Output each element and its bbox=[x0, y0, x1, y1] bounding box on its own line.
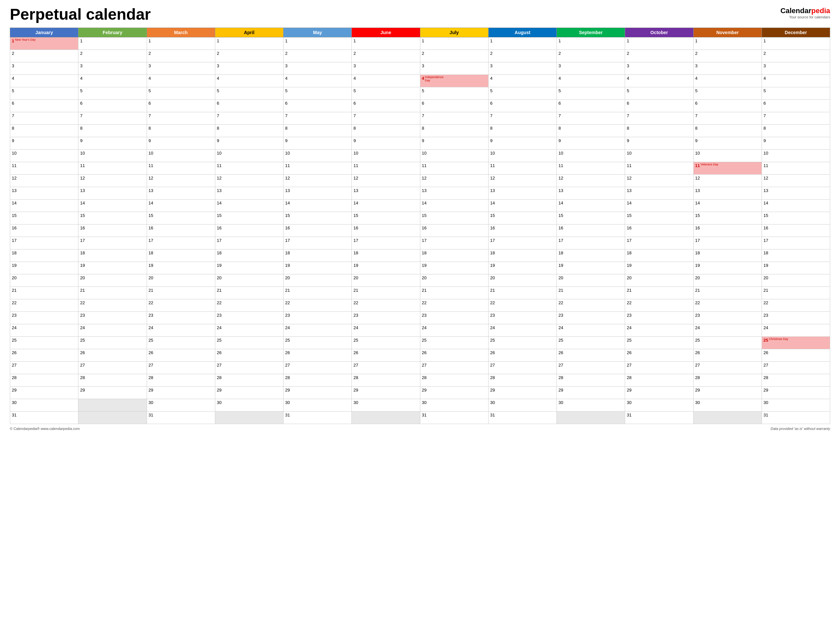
cell-january-21: 21 bbox=[10, 287, 78, 299]
cell-march-15: 15 bbox=[147, 212, 215, 224]
cell-july-22: 22 bbox=[420, 299, 488, 312]
cell-february-8: 8 bbox=[78, 125, 147, 137]
cell-july-31: 31 bbox=[420, 412, 488, 424]
cell-december-31: 31 bbox=[762, 412, 830, 424]
cell-february-22: 22 bbox=[78, 299, 147, 312]
cell-july-28: 28 bbox=[420, 374, 488, 386]
cell-february-21: 21 bbox=[78, 287, 147, 299]
cell-august-31: 31 bbox=[488, 412, 556, 424]
calendar-row-30: 3030303030303030303030 bbox=[10, 399, 830, 412]
cell-november-30: 30 bbox=[693, 399, 762, 412]
cell-january-8: 8 bbox=[10, 125, 78, 137]
cell-may-9: 9 bbox=[284, 137, 352, 149]
cell-august-9: 9 bbox=[488, 137, 556, 149]
cell-july-4: 4Independence Day bbox=[420, 75, 488, 87]
cell-april-4: 4 bbox=[215, 75, 283, 87]
cell-august-5: 5 bbox=[488, 87, 556, 100]
cell-february-14: 14 bbox=[78, 200, 147, 212]
cell-may-13: 13 bbox=[284, 187, 352, 200]
cell-june-20: 20 bbox=[352, 274, 420, 287]
cell-july-19: 19 bbox=[420, 262, 488, 274]
cell-july-16: 16 bbox=[420, 224, 488, 237]
cell-april-18: 18 bbox=[215, 250, 283, 262]
cell-january-5: 5 bbox=[10, 87, 78, 100]
calendar-row-14: 141414141414141414141414 bbox=[10, 200, 830, 212]
cell-june-12: 12 bbox=[352, 175, 420, 187]
cell-november-13: 13 bbox=[693, 187, 762, 200]
cell-may-20: 20 bbox=[284, 274, 352, 287]
cell-january-12: 12 bbox=[10, 175, 78, 187]
cell-november-27: 27 bbox=[693, 362, 762, 374]
perpetual-calendar: JanuaryFebruaryMarchAprilMayJuneJulyAugu… bbox=[10, 27, 830, 424]
page-header: Perpetual calendar Calendarpedia Your so… bbox=[10, 6, 830, 22]
cell-september-10: 10 bbox=[557, 149, 625, 162]
cell-january-30: 30 bbox=[10, 399, 78, 412]
cell-december-10: 10 bbox=[762, 149, 830, 162]
cell-july-11: 11 bbox=[420, 162, 488, 175]
cell-january-1: 1New Year's Day bbox=[10, 37, 78, 50]
cell-october-21: 21 bbox=[625, 287, 693, 299]
footer-disclaimer: Data provided 'as is' without warranty bbox=[770, 427, 830, 431]
cell-june-18: 18 bbox=[352, 250, 420, 262]
cell-october-4: 4 bbox=[625, 75, 693, 87]
cell-june-11: 11 bbox=[352, 162, 420, 175]
month-header-row: JanuaryFebruaryMarchAprilMayJuneJulyAugu… bbox=[10, 28, 830, 37]
cell-august-25: 25 bbox=[488, 337, 556, 349]
cell-december-2: 2 bbox=[762, 50, 830, 62]
calendar-row-29: 292929292929292929292929 bbox=[10, 386, 830, 399]
cell-october-1: 1 bbox=[625, 37, 693, 50]
cell-may-23: 23 bbox=[284, 312, 352, 324]
month-header-july: July bbox=[420, 28, 488, 37]
cell-september-19: 19 bbox=[557, 262, 625, 274]
cell-october-29: 29 bbox=[625, 386, 693, 399]
calendar-row-7: 777777777777 bbox=[10, 112, 830, 125]
footer: © Calendarpedia® www.calendarpedia.com D… bbox=[10, 427, 830, 431]
cell-october-19: 19 bbox=[625, 262, 693, 274]
cell-august-24: 24 bbox=[488, 324, 556, 337]
cell-november-20: 20 bbox=[693, 274, 762, 287]
month-header-november: November bbox=[693, 28, 762, 37]
cell-may-6: 6 bbox=[284, 100, 352, 112]
cell-may-24: 24 bbox=[284, 324, 352, 337]
cell-october-5: 5 bbox=[625, 87, 693, 100]
cell-september-6: 6 bbox=[557, 100, 625, 112]
cell-september-17: 17 bbox=[557, 237, 625, 250]
cell-october-2: 2 bbox=[625, 50, 693, 62]
cell-november-15: 15 bbox=[693, 212, 762, 224]
month-header-september: September bbox=[557, 28, 625, 37]
cell-february-6: 6 bbox=[78, 100, 147, 112]
calendar-row-13: 131313131313131313131313 bbox=[10, 187, 830, 200]
cell-february-4: 4 bbox=[78, 75, 147, 87]
cell-march-17: 17 bbox=[147, 237, 215, 250]
cell-december-1: 1 bbox=[762, 37, 830, 50]
calendar-row-16: 161616161616161616161616 bbox=[10, 224, 830, 237]
cell-december-7: 7 bbox=[762, 112, 830, 125]
cell-november-22: 22 bbox=[693, 299, 762, 312]
cell-february-12: 12 bbox=[78, 175, 147, 187]
cell-november-28: 28 bbox=[693, 374, 762, 386]
cell-june-2: 2 bbox=[352, 50, 420, 62]
cell-march-30: 30 bbox=[147, 399, 215, 412]
cell-december-18: 18 bbox=[762, 250, 830, 262]
cell-march-12: 12 bbox=[147, 175, 215, 187]
cell-january-7: 7 bbox=[10, 112, 78, 125]
cell-november-10: 10 bbox=[693, 149, 762, 162]
cell-march-4: 4 bbox=[147, 75, 215, 87]
cell-march-19: 19 bbox=[147, 262, 215, 274]
cell-september-8: 8 bbox=[557, 125, 625, 137]
cell-september-1: 1 bbox=[557, 37, 625, 50]
cell-august-12: 12 bbox=[488, 175, 556, 187]
cell-february-30 bbox=[78, 399, 147, 412]
cell-july-10: 10 bbox=[420, 149, 488, 162]
cell-may-5: 5 bbox=[284, 87, 352, 100]
cell-june-5: 5 bbox=[352, 87, 420, 100]
month-header-march: March bbox=[147, 28, 215, 37]
cell-october-15: 15 bbox=[625, 212, 693, 224]
cell-december-21: 21 bbox=[762, 287, 830, 299]
cell-august-16: 16 bbox=[488, 224, 556, 237]
cell-june-22: 22 bbox=[352, 299, 420, 312]
cell-july-21: 21 bbox=[420, 287, 488, 299]
cell-september-27: 27 bbox=[557, 362, 625, 374]
cell-march-3: 3 bbox=[147, 62, 215, 75]
calendar-row-24: 242424242424242424242424 bbox=[10, 324, 830, 337]
